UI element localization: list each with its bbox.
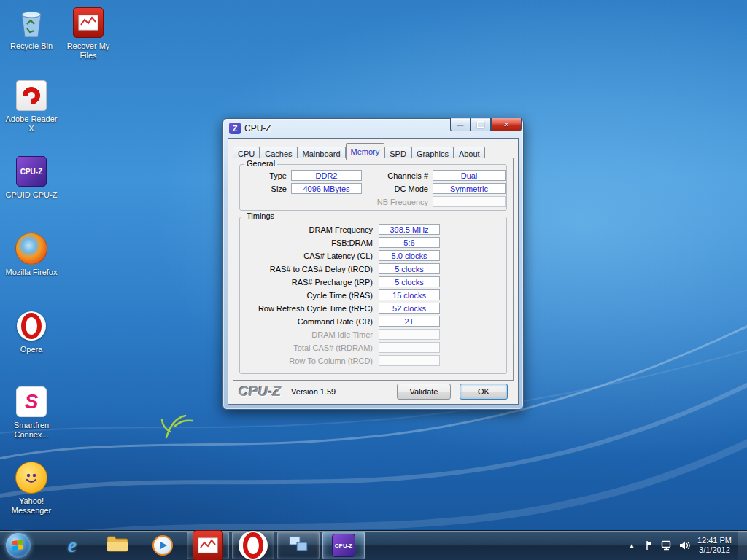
taskbar-buttons: eCPU-Z — [50, 532, 366, 559]
taskbar: eCPU-Z ▲ 12:41 PM 3/1/2012 — [0, 530, 747, 560]
desktop-icon-adobe-reader[interactable]: Adobe Reader X — [3, 79, 60, 133]
volume-button[interactable] — [676, 531, 693, 560]
timings-value-total-cas-trdram — [379, 342, 440, 353]
close-icon: ✕ — [503, 121, 509, 128]
opera-icon — [239, 531, 268, 560]
minimize-button[interactable]: — — [450, 118, 471, 131]
clock-date: 3/1/2012 — [697, 545, 732, 555]
general-label-nb-frequency: NB Frequency — [355, 197, 428, 208]
system-tray: ▲ 12:41 PM 3/1/2012 — [623, 531, 747, 560]
general-label-type: Type — [243, 171, 287, 182]
minimize-icon: — — [457, 121, 464, 128]
timings-legend: Timings — [244, 211, 276, 220]
tab-strip: CPUCachesMainboardMemorySPDGraphicsAbout — [233, 143, 514, 158]
windows-explorer-icon — [107, 535, 128, 556]
timings-value-dram-frequency: 398.5 MHz — [379, 224, 440, 235]
ok-button[interactable]: OK — [460, 384, 508, 400]
timings-groupbox: Timings DRAM Frequency398.5 MHzFSB:DRAM5… — [239, 217, 507, 374]
cpuz-app-icon: Z — [229, 122, 241, 134]
timings-label-dram-frequency: DRAM Frequency — [241, 225, 373, 236]
general-value-type: DDR2 — [291, 170, 362, 181]
cpuid-cpuz-icon: CPU-Z — [3, 155, 60, 188]
timings-label-command-rate-cr: Command Rate (CR) — [241, 316, 373, 327]
firefox-icon — [3, 232, 60, 265]
desktop-icon-smartfren[interactable]: SSmartfren Connex... — [3, 385, 60, 440]
timings-value-ras-precharge-trp: 5 clocks — [379, 276, 440, 287]
desktop-icon-label: Smartfren Connex... — [3, 421, 60, 440]
yahoo-messenger-icon — [3, 461, 60, 494]
desktop-icon-label: Opera — [3, 345, 60, 354]
desktop-icon-recover-my-files[interactable]: Recover My Files — [60, 6, 117, 61]
action-center-button[interactable] — [640, 531, 658, 560]
network-button[interactable] — [658, 531, 676, 560]
recover-my-files-icon — [193, 530, 223, 560]
desktop-icon-label: Adobe Reader X — [3, 114, 60, 133]
start-button[interactable] — [6, 533, 31, 558]
desktop-icon-opera[interactable]: Opera — [3, 309, 60, 354]
timings-value-ras-to-cas-delay-trcd: 5 clocks — [379, 263, 440, 274]
timings-value-row-to-column-trcd — [379, 355, 440, 366]
taskbar-button-opera[interactable] — [232, 532, 274, 559]
internet-explorer-icon: e — [68, 534, 77, 557]
taskbar-button-recover-my-files[interactable] — [187, 532, 229, 559]
desktop-icon-label: Recycle Bin — [3, 42, 60, 51]
general-label-dc-mode: DC Mode — [355, 184, 428, 195]
system-tool-icon — [288, 534, 309, 557]
close-button[interactable]: ✕ — [491, 118, 522, 131]
taskbar-button-cpuz[interactable]: CPU-Z — [322, 532, 365, 559]
timings-value-dram-idle-timer — [379, 329, 440, 340]
taskbar-button-system-tool[interactable] — [277, 532, 320, 559]
desktop-icon-firefox[interactable]: Mozilla Firefox — [3, 232, 60, 277]
taskbar-button-media-player[interactable] — [142, 532, 184, 559]
show-hidden-icons-button[interactable]: ▲ — [623, 531, 640, 560]
cpuz-logo: CPU-Z — [239, 384, 281, 400]
speaker-icon — [678, 540, 690, 551]
general-label-channels: Channels # — [355, 171, 428, 182]
dialog-footer: CPU-Z Version 1.59 Validate OK — [233, 382, 514, 401]
network-icon — [661, 540, 673, 551]
tab-memory[interactable]: Memory — [346, 143, 385, 160]
smartfren-icon: S — [3, 385, 60, 419]
timings-value-fsb-dram: 5:6 — [379, 237, 440, 248]
caption-buttons: — ✕ — [450, 118, 522, 131]
timings-label-fsb-dram: FSB:DRAM — [241, 238, 373, 249]
desktop-icon-cpuid-cpuz[interactable]: CPU-ZCPUID CPU-Z — [3, 155, 60, 200]
maximize-icon — [477, 121, 484, 128]
general-legend: General — [244, 159, 277, 168]
timings-value-cycle-time-tras: 15 clocks — [379, 289, 440, 300]
general-label-size: Size — [243, 184, 287, 195]
validate-button[interactable]: Validate — [397, 384, 451, 400]
recover-my-files-icon — [60, 6, 117, 39]
timings-value-cas-latency-cl: 5.0 clocks — [379, 250, 440, 261]
general-value-channels: Dual — [433, 170, 506, 181]
recycle-bin-icon — [3, 6, 60, 39]
general-value-nb-frequency — [433, 196, 506, 207]
maximize-button[interactable] — [471, 118, 491, 131]
show-desktop-button[interactable] — [738, 531, 747, 560]
windows-flag-icon — [12, 540, 25, 551]
timings-label-ras-precharge-trp: RAS# Precharge (tRP) — [241, 277, 373, 288]
general-value-dc-mode: Symmetric — [433, 183, 506, 194]
clock-time: 12:41 PM — [697, 536, 732, 545]
desktop-icon-label: Recover My Files — [60, 42, 117, 61]
desktop-icon-label: Yahoo! Messenger — [3, 497, 60, 516]
general-groupbox: General TypeDDR2Size4096 MBytesChannels … — [239, 164, 507, 211]
timings-label-ras-to-cas-delay-trcd: RAS# to CAS# Delay (tRCD) — [241, 264, 373, 275]
flag-icon — [645, 540, 654, 551]
desktop-icon-recycle-bin[interactable]: Recycle Bin — [3, 6, 60, 51]
version-text: Version 1.59 — [291, 387, 336, 396]
dialog-client-area: CPUCachesMainboardMemorySPDGraphicsAbout… — [228, 138, 519, 405]
taskbar-button-windows-explorer[interactable] — [96, 532, 139, 559]
desktop-icon-label: Mozilla Firefox — [3, 268, 60, 277]
timings-label-row-to-column-trcd: Row To Column (tRCD) — [241, 356, 373, 367]
timings-label-total-cas-trdram: Total CAS# (tRDRAM) — [241, 343, 373, 354]
desktop-icon-yahoo-messenger[interactable]: Yahoo! Messenger — [3, 461, 60, 516]
cpuz-window: Z CPU-Z — ✕ CPUCachesMainboardMemorySPDG… — [222, 118, 524, 410]
opera-icon — [3, 309, 60, 343]
timings-value-command-rate-cr: 2T — [379, 316, 440, 327]
taskbar-button-internet-explorer[interactable]: e — [51, 532, 93, 559]
cpuz-icon: CPU-Z — [332, 534, 355, 557]
timings-label-row-refresh-cycle-time-trfc: Row Refresh Cycle Time (tRFC) — [241, 303, 373, 314]
timings-value-row-refresh-cycle-time-trfc: 52 clocks — [379, 303, 440, 314]
taskbar-clock[interactable]: 12:41 PM 3/1/2012 — [697, 536, 732, 555]
